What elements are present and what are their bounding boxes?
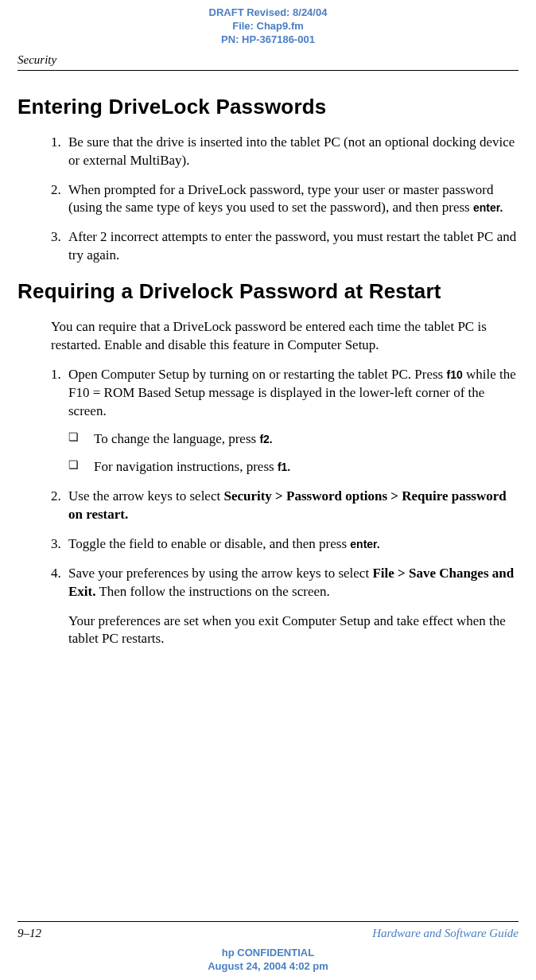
heading-entering-drivelock: Entering DriveLock Passwords — [17, 95, 519, 119]
step-text: When prompted for a DriveLock password, … — [68, 182, 493, 216]
step-3: 3. Toggle the field to enable or disable… — [51, 535, 519, 554]
page-footer: 9–12 Hardware and Software Guide hp CONF… — [0, 921, 536, 980]
section-label: Security — [0, 47, 536, 70]
key-enter: enter. — [350, 538, 379, 550]
step-text: Toggle the field to enable or disable, a… — [68, 536, 350, 551]
footer-row: 9–12 Hardware and Software Guide — [17, 927, 519, 940]
draft-line-2: File: Chap9.fm — [0, 20, 536, 33]
step-number: 1. — [51, 134, 61, 152]
step-number: 1. — [51, 366, 61, 384]
step-number: 3. — [51, 228, 61, 247]
footer-divider — [17, 921, 519, 922]
step-text-after: Then follow the instructions on the scre… — [95, 584, 329, 599]
confidential-block: hp CONFIDENTIAL August 24, 2004 4:02 pm — [17, 947, 519, 974]
key-enter: enter. — [473, 201, 503, 214]
key-f1: f1. — [278, 461, 290, 473]
step-number: 4. — [51, 565, 61, 583]
sub-step-navigation: For navigation instructions, press f1. — [68, 458, 519, 476]
intro-text: You can require that a DriveLock passwor… — [51, 318, 519, 355]
sub-steps: To change the language, press f2. For na… — [68, 430, 519, 476]
step-text: Open Computer Setup by turning on or res… — [68, 367, 446, 382]
heading-requiring-password: Requiring a Drivelock Password at Restar… — [17, 279, 519, 304]
sub-text: To change the language, press — [94, 431, 259, 446]
key-f2: f2. — [259, 433, 272, 445]
step-text: Save your preferences by using the arrow… — [68, 566, 372, 581]
step-2: 2. Use the arrow keys to select Security… — [51, 488, 519, 524]
step-text: Use the arrow keys to select — [68, 488, 223, 504]
step-text: After 2 incorrect attempts to enter the … — [68, 229, 516, 262]
guide-title: Hardware and Software Guide — [372, 927, 519, 940]
sub-text: For navigation instructions, press — [94, 459, 278, 474]
steps-entering: 1. Be sure that the drive is inserted in… — [51, 134, 519, 266]
note-preferences: Your preferences are set when you exit C… — [68, 612, 519, 649]
step-number: 3. — [51, 535, 61, 554]
confidential-line-1: hp CONFIDENTIAL — [17, 947, 519, 960]
sub-step-language: To change the language, press f2. — [68, 430, 519, 449]
step-text: Be sure that the drive is inserted into … — [68, 134, 515, 168]
page-number: 9–12 — [17, 927, 41, 940]
page-content: Entering DriveLock Passwords 1. Be sure … — [0, 71, 536, 649]
draft-line-3: PN: HP-367186-001 — [0, 33, 536, 47]
step-number: 2. — [51, 488, 61, 506]
step-1: 1. Open Computer Setup by turning on or … — [51, 366, 519, 476]
step-1: 1. Be sure that the drive is inserted in… — [51, 134, 519, 170]
step-4: 4. Save your preferences by using the ar… — [51, 565, 519, 601]
step-number: 2. — [51, 181, 61, 200]
steps-requiring: 1. Open Computer Setup by turning on or … — [51, 366, 519, 601]
step-2: 2. When prompted for a DriveLock passwor… — [51, 181, 519, 218]
confidential-line-2: August 24, 2004 4:02 pm — [17, 960, 519, 974]
draft-header: DRAFT Revised: 8/24/04 File: Chap9.fm PN… — [0, 0, 536, 47]
draft-line-1: DRAFT Revised: 8/24/04 — [0, 6, 536, 20]
key-f10: f10 — [446, 368, 462, 381]
step-3: 3. After 2 incorrect attempts to enter t… — [51, 228, 519, 265]
